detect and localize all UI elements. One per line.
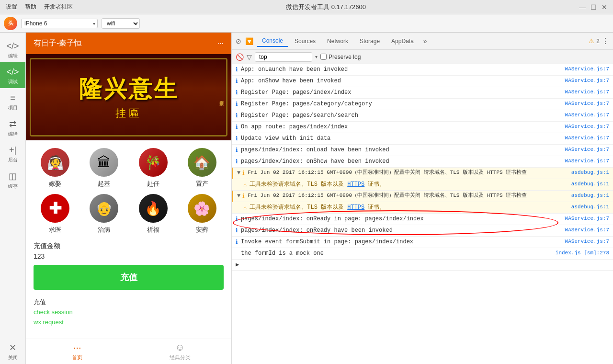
left-sidebar: </> 编辑 </> 调试 ≡ 项目 ⇄ 编译 +| 后台 ◫ 缓存 ✕ 关闭: [0, 33, 26, 364]
tab-appdata[interactable]: AppData: [386, 36, 419, 46]
tab-sources[interactable]: Sources: [290, 36, 320, 46]
zhibing-icon: 👴: [90, 194, 118, 223]
storage-label: 缓存: [8, 183, 18, 190]
category-grid: 👰 嫁娶 🏛 起基 🎋 赴任 🏠 置产 ✚ 求医: [26, 140, 231, 242]
msg-text-0: App: onLaunch have been invoked: [241, 65, 561, 74]
msg-source-16[interactable]: index.js [sm]:278: [556, 249, 609, 257]
msg-source-3[interactable]: WAService.js:7: [565, 100, 609, 108]
console-msg-8: ℹ pages/index/index: onShow have been in…: [232, 156, 613, 168]
project-label: 项目: [8, 104, 18, 111]
category-qiji[interactable]: 🏛 起基: [82, 148, 125, 188]
console-filter-input[interactable]: [255, 52, 312, 62]
badge-count: 2: [596, 38, 600, 45]
home-label: 首页: [72, 354, 82, 361]
tab-storage[interactable]: Storage: [355, 36, 385, 46]
zhuren-label: 赴任: [147, 180, 159, 188]
zhibing-label: 治病: [98, 226, 110, 234]
group-warn-source-1[interactable]: asdebug.js:1: [571, 169, 609, 177]
tab-console[interactable]: Console: [257, 35, 288, 47]
category-zhibing[interactable]: 👴 治病: [82, 194, 125, 234]
devtools-stop-icon[interactable]: ⊘: [236, 37, 241, 45]
compile-icon: ⇄: [9, 119, 16, 129]
sidebar-item-project[interactable]: ≡ 项目: [0, 88, 25, 114]
msg-source-0[interactable]: WAService.js:7: [565, 65, 609, 73]
sidebar-item-backend[interactable]: +| 后台: [0, 140, 25, 166]
clear-console-icon[interactable]: 🚫: [236, 53, 244, 61]
qiuyi-icon: ✚: [41, 194, 69, 223]
console-msg-17: ▶: [232, 260, 613, 271]
storage-icon: ◫: [9, 171, 17, 182]
msg-source-13[interactable]: WAService.js:7: [565, 215, 609, 223]
msg-text-5: On app route: pages/index/index: [241, 123, 561, 131]
msg-source-2[interactable]: WAService.js:7: [565, 88, 609, 96]
charge-button[interactable]: 充值: [34, 265, 224, 290]
console-line-1: check session: [34, 307, 224, 318]
preserve-log-checkbox[interactable]: [320, 54, 327, 60]
msg-source-8[interactable]: WAService.js:7: [565, 157, 609, 165]
nav-category[interactable]: ☺ 经典分类: [129, 342, 232, 361]
group-caret-2[interactable]: ▼: [237, 192, 240, 200]
group-warn-source-2[interactable]: asdebug.js:1: [571, 192, 609, 200]
zhufu-label: 祈福: [147, 226, 159, 234]
qiji-label: 起基: [98, 180, 110, 188]
msg-text-6: Update view with init data: [241, 134, 561, 143]
msg-source-6[interactable]: WAService.js:7: [565, 134, 609, 142]
msg-source-5[interactable]: WAService.js:7: [565, 123, 609, 131]
warn-child-source-2[interactable]: asdebug.js:1: [571, 203, 609, 211]
warn-child-text-2: 工具未检验请求域名、TLS 版本以及 HTTPS 证书。: [250, 203, 568, 212]
console-msg-4: ℹ Register Page: pages/search/search WAS…: [232, 110, 613, 122]
warn-icon-1: ℹ: [242, 169, 245, 178]
devtools-more-button[interactable]: »: [420, 36, 430, 46]
info-icon-1: ℹ: [236, 77, 238, 86]
network-selector[interactable]: wifi: [102, 18, 140, 29]
msg-text-8: pages/index/index: onShow have been invo…: [241, 157, 561, 166]
sidebar-item-editor[interactable]: </> 编辑: [0, 36, 25, 62]
menu-community[interactable]: 开发者社区: [44, 3, 73, 11]
sidebar-item-debug[interactable]: </> 调试: [0, 62, 25, 88]
device-selector[interactable]: iPhone 6: [21, 19, 98, 28]
filter-toggle-icon[interactable]: ▽: [247, 53, 252, 61]
settings-icon[interactable]: ⋮: [602, 36, 609, 46]
msg-source-14[interactable]: WAService.js:7: [565, 226, 609, 234]
category-zhuren[interactable]: 🎋 赴任: [132, 148, 175, 188]
minimize-button[interactable]: —: [579, 3, 586, 11]
sidebar-item-storage[interactable]: ◫ 缓存: [0, 166, 25, 193]
info-icon-8: ℹ: [236, 158, 238, 166]
console-msg-1: ℹ App: onShow have been invoked WAServic…: [232, 76, 613, 87]
project-icon: ≡: [10, 93, 15, 103]
compile-label: 编译: [8, 131, 18, 137]
msg-source-15[interactable]: WAService.js:7: [565, 238, 609, 246]
devtools-filter-icon[interactable]: 🔽: [245, 37, 253, 45]
filter-dropdown-arrow[interactable]: ▾: [315, 54, 318, 59]
warn-child-source-1[interactable]: asdebug.js:1: [571, 180, 609, 188]
backend-label: 后台: [8, 157, 18, 163]
msg-source-4[interactable]: WAService.js:7: [565, 111, 609, 119]
category-jiaqu[interactable]: 👰 嫁娶: [34, 148, 77, 188]
group-caret-1[interactable]: ▼: [237, 169, 240, 177]
plain-icon-16: ℹ: [236, 250, 238, 258]
category-anzang[interactable]: 🌸 安葬: [181, 194, 224, 234]
info-icon-14: ℹ: [236, 227, 238, 235]
close-button[interactable]: ✕: [602, 3, 607, 11]
sidebar-item-compile[interactable]: ⇄ 编译: [0, 114, 25, 140]
info-icon-6: ℹ: [236, 135, 238, 143]
preserve-log-label[interactable]: Preserve log: [320, 54, 361, 60]
category-qiuyi[interactable]: ✚ 求医: [34, 194, 77, 234]
app-menu-dots[interactable]: ···: [217, 39, 224, 48]
menu-settings[interactable]: 设置: [6, 3, 17, 11]
qiuyi-label: 求医: [49, 226, 61, 234]
msg-source-1[interactable]: WAService.js:7: [565, 77, 609, 85]
anzang-icon: 🌸: [188, 194, 216, 223]
menu-help[interactable]: 帮助: [25, 3, 36, 11]
msg-source-7[interactable]: WAService.js:7: [565, 146, 609, 154]
sidebar-item-close[interactable]: ✕ 关闭: [0, 338, 25, 364]
tab-network[interactable]: Network: [322, 36, 353, 46]
zhuren-icon: 🎋: [139, 148, 168, 177]
console-line-2: wx request: [34, 318, 224, 328]
maximize-button[interactable]: ☐: [590, 3, 597, 11]
category-zhufu[interactable]: 🔥 祈福: [132, 194, 175, 234]
nav-home[interactable]: ··· 首页: [26, 342, 129, 361]
category-zhichan[interactable]: 🏠 置产: [181, 148, 224, 188]
msg-text-14: pages/index/index: onReady have been inv…: [241, 226, 561, 235]
preserve-log-text: Preserve log: [329, 54, 361, 60]
